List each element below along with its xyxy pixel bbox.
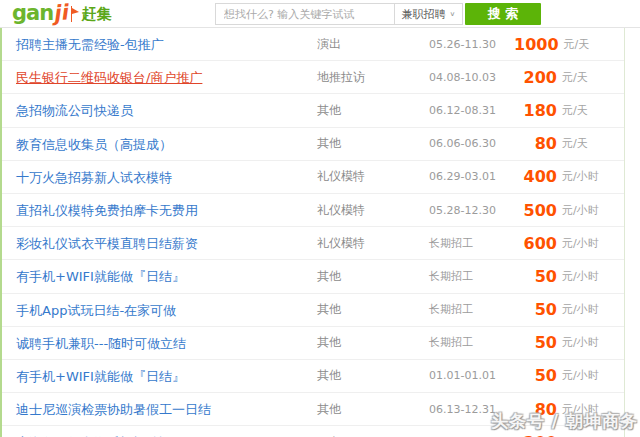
job-row: 上海各区知名游乐场招聘汇 服务员 06.05-08.31 200 元/天 <box>2 426 624 437</box>
job-title-link[interactable]: 直招礼仪模特免费拍摩卡无费用 <box>16 203 198 218</box>
job-date-range: 06.12-08.31 <box>429 104 514 117</box>
job-title-cell: 迪士尼巡演检票协助暑假工一日结 <box>2 399 317 419</box>
job-category: 其他 <box>317 301 429 318</box>
job-price-value: 400 <box>524 167 557 186</box>
job-title-cell: 手机App试玩日结-在家可做 <box>2 300 317 320</box>
search-category-dropdown[interactable]: 兼职招聘 ∨ <box>394 4 462 24</box>
job-price-unit: 元/小时 <box>562 335 609 350</box>
job-price-cell: 50 元/小时 <box>514 267 624 286</box>
job-price-value: 200 <box>524 433 557 437</box>
job-price-value: 50 <box>535 300 557 319</box>
job-category: 其他 <box>317 367 429 384</box>
job-title-cell: 诚聘手机兼职---随时可做立结 <box>2 333 317 353</box>
search-input[interactable] <box>216 4 394 24</box>
job-title-cell: 民生银行二维码收银台/商户推广 <box>2 67 317 87</box>
job-title-cell: 彩妆礼仪试衣平模直聘日结薪资 <box>2 233 317 253</box>
job-title-cell: 教育信息收集员（高提成） <box>2 134 317 154</box>
job-price-cell: 80 元/天 <box>514 134 624 153</box>
job-category: 地推拉访 <box>317 69 429 86</box>
job-category: 其他 <box>317 401 429 418</box>
job-date-range: 01.01-01.01 <box>429 369 514 382</box>
job-price-cell: 500 元/小时 <box>514 201 624 220</box>
job-title-link[interactable]: 有手机+WIFI就能做『日结』 <box>16 269 185 284</box>
job-price-value: 600 <box>524 234 557 253</box>
job-price-value: 80 <box>535 400 557 419</box>
job-price-value: 50 <box>535 267 557 286</box>
job-category: 礼仪模特 <box>317 202 429 219</box>
job-row: 迪士尼巡演检票协助暑假工一日结 其他 06.13-12.31 80 元/小时 <box>2 393 624 426</box>
job-price-unit: 元/天 <box>564 37 611 52</box>
ganji-logo[interactable]: gan ji 赶集 <box>0 3 112 24</box>
job-price-unit: 元/小时 <box>562 169 609 184</box>
job-date-range: 长期招工 <box>429 335 514 350</box>
job-date-range: 04.08-10.03 <box>429 71 514 84</box>
logo-text-chinese: 赶集 <box>82 7 112 22</box>
search-category-label: 兼职招聘 <box>402 7 446 22</box>
job-row: 招聘主播无需经验-包推广 演出 05.26-11.30 1000 元/天 <box>2 28 624 61</box>
job-price-cell: 400 元/小时 <box>514 167 624 186</box>
job-title-link[interactable]: 手机App试玩日结-在家可做 <box>16 303 176 318</box>
search-button[interactable]: 搜索 <box>465 3 541 25</box>
site-header: gan ji 赶集 兼职招聘 ∨ 搜索 <box>0 0 640 28</box>
job-row: 有手机+WIFI就能做『日结』 其他 01.01-01.01 50 元/小时 <box>2 360 624 393</box>
job-price-value: 1000 <box>514 35 559 54</box>
job-price-value: 500 <box>524 201 557 220</box>
job-price-cell: 200 元/天 <box>514 433 624 437</box>
job-title-cell: 上海各区知名游乐场招聘汇 <box>2 432 317 437</box>
job-price-value: 50 <box>535 366 557 385</box>
job-price-unit: 元/小时 <box>562 269 609 284</box>
job-category: 礼仪模特 <box>317 235 429 252</box>
job-price-unit: 元/天 <box>562 136 609 151</box>
job-title-cell: 有手机+WIFI就能做『日结』 <box>2 366 317 386</box>
flag-icon <box>69 6 79 22</box>
job-date-range: 长期招工 <box>429 302 514 317</box>
job-date-range: 06.13-12.31 <box>429 403 514 416</box>
job-date-range: 06.29-03.01 <box>429 170 514 183</box>
job-title-cell: 招聘主播无需经验-包推广 <box>2 34 317 54</box>
job-title-link[interactable]: 招聘主播无需经验-包推广 <box>16 37 164 52</box>
job-title-link[interactable]: 急招物流公司快递员 <box>16 103 133 118</box>
job-row: 教育信息收集员（高提成） 其他 06.06-06.30 80 元/天 <box>2 128 624 161</box>
job-price-cell: 80 元/小时 <box>514 400 624 419</box>
job-row: 十万火急招募新人试衣模特 礼仪模特 06.29-03.01 400 元/小时 <box>2 161 624 194</box>
job-title-link[interactable]: 有手机+WIFI就能做『日结』 <box>16 369 185 384</box>
job-date-range: 长期招工 <box>429 269 514 284</box>
logo-text-ji: ji <box>52 2 69 24</box>
job-price-value: 200 <box>524 68 557 87</box>
job-title-link[interactable]: 教育信息收集员（高提成） <box>16 137 172 152</box>
job-title-cell: 十万火急招募新人试衣模特 <box>2 167 317 187</box>
logo-text-gan: gan <box>12 3 53 24</box>
job-row: 民生银行二维码收银台/商户推广 地推拉访 04.08-10.03 200 元/天 <box>2 61 624 94</box>
job-category: 礼仪模特 <box>317 168 429 185</box>
job-price-cell: 50 元/小时 <box>514 333 624 352</box>
job-price-cell: 600 元/小时 <box>514 234 624 253</box>
job-row: 彩妆礼仪试衣平模直聘日结薪资 礼仪模特 长期招工 600 元/小时 <box>2 227 624 260</box>
job-date-range: 长期招工 <box>429 236 514 251</box>
job-price-cell: 200 元/天 <box>514 68 624 87</box>
job-price-cell: 180 元/天 <box>514 101 624 120</box>
job-price-unit: 元/天 <box>562 70 609 85</box>
job-category: 其他 <box>317 334 429 351</box>
job-row: 手机App试玩日结-在家可做 其他 长期招工 50 元/小时 <box>2 294 624 327</box>
job-category: 演出 <box>317 36 429 53</box>
job-price-value: 50 <box>535 333 557 352</box>
job-title-cell: 急招物流公司快递员 <box>2 100 317 120</box>
job-title-link[interactable]: 彩妆礼仪试衣平模直聘日结薪资 <box>16 236 198 251</box>
job-price-value: 180 <box>524 101 557 120</box>
job-title-link[interactable]: 诚聘手机兼职---随时可做立结 <box>16 336 186 351</box>
job-row: 直招礼仪模特免费拍摩卡无费用 礼仪模特 05.28-12.30 500 元/小时 <box>2 194 624 227</box>
job-price-cell: 50 元/小时 <box>514 366 624 385</box>
job-title-link[interactable]: 迪士尼巡演检票协助暑假工一日结 <box>16 402 211 417</box>
job-category: 其他 <box>317 268 429 285</box>
job-title-cell: 直招礼仪模特免费拍摩卡无费用 <box>2 200 317 220</box>
job-date-range: 05.26-11.30 <box>429 38 514 51</box>
job-date-range: 06.06-06.30 <box>429 137 514 150</box>
job-price-cell: 1000 元/天 <box>514 35 626 54</box>
job-price-value: 80 <box>535 134 557 153</box>
job-row: 急招物流公司快递员 其他 06.12-08.31 180 元/天 <box>2 94 624 127</box>
job-title-link[interactable]: 十万火急招募新人试衣模特 <box>16 170 172 185</box>
job-price-cell: 50 元/小时 <box>514 300 624 319</box>
job-title-link[interactable]: 民生银行二维码收银台/商户推广 <box>16 70 202 85</box>
job-table: 招聘主播无需经验-包推广 演出 05.26-11.30 1000 元/天 民生银… <box>0 28 625 437</box>
job-price-unit: 元/小时 <box>562 368 609 383</box>
